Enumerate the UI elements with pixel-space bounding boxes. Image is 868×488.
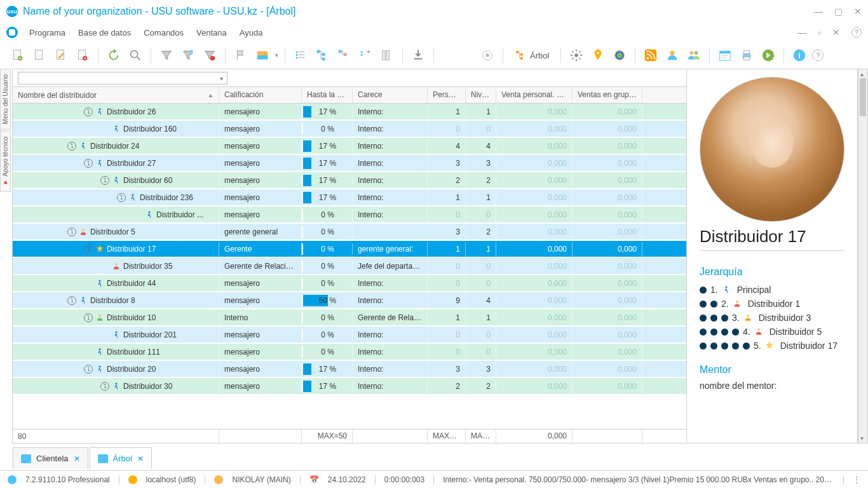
table-row[interactable]: Distribuidor 35Gerente de Relaciones ...…: [13, 258, 686, 275]
close-icon[interactable]: ✕: [854, 6, 862, 17]
filter-edit-icon[interactable]: [179, 46, 197, 64]
expand-icon[interactable]: ⤵: [67, 142, 76, 151]
menu-comandos[interactable]: Comandos: [137, 25, 190, 40]
hierarchy-row[interactable]: 2. Distribuidor 1: [700, 297, 844, 311]
table-row[interactable]: Distribuidor ...mensajero0 %Interno:000,…: [13, 207, 686, 224]
table-row[interactable]: ⤵Distribuidor 26mensajero17 %Interno:110…: [13, 104, 686, 121]
calendar-icon[interactable]: [716, 46, 734, 64]
table-row[interactable]: ⤵Distribuidor 17Gerente0 %gerente genera…: [13, 241, 686, 258]
row-pct: 0 %: [302, 261, 353, 272]
bottom-tab-clientela[interactable]: Clientela✕: [13, 447, 88, 469]
expand-icon[interactable]: ⤵: [117, 193, 126, 202]
table-row[interactable]: Distribuidor 44mensajero0 %Interno:000,0…: [13, 275, 686, 292]
expand-icon[interactable]: ⤵: [67, 296, 76, 305]
mdi-close-icon[interactable]: ✕: [832, 27, 840, 37]
row-pers: 0: [428, 259, 466, 273]
scrollbar-vertical[interactable]: [858, 69, 868, 444]
menu-programa[interactable]: Programa: [23, 25, 72, 40]
tree-expand-icon[interactable]: [313, 46, 331, 64]
table-row[interactable]: ⤵Distribuidor 24mensajero17 %Interno:440…: [13, 138, 686, 155]
table-row[interactable]: Distribuidor 160mensajero0 %Interno:000,…: [13, 121, 686, 138]
print-icon[interactable]: [738, 46, 756, 64]
expand-icon[interactable]: ⤵: [100, 176, 109, 185]
filter-clear-icon[interactable]: [201, 46, 219, 64]
search-icon[interactable]: [126, 46, 144, 64]
col-calif[interactable]: Calificación: [219, 87, 302, 103]
gear-icon[interactable]: [567, 46, 585, 64]
tree-add-icon[interactable]: +: [356, 46, 374, 64]
expand-icon[interactable]: ⤵: [84, 107, 93, 116]
rss-icon[interactable]: [642, 46, 660, 64]
filter-combo[interactable]: [18, 72, 227, 85]
color-icon[interactable]: [611, 46, 628, 64]
doc-icon[interactable]: [31, 46, 48, 64]
columns-icon[interactable]: [378, 46, 396, 64]
arbol-button[interactable]: Árbol: [510, 50, 554, 61]
image-icon[interactable]: [254, 46, 271, 64]
user-icon[interactable]: [663, 46, 681, 64]
tab-close-icon[interactable]: ✕: [137, 454, 144, 463]
row-vg: 0,000: [573, 276, 642, 290]
menu-ventana[interactable]: Ventana: [190, 25, 233, 40]
target-icon[interactable]: [478, 46, 496, 64]
filter-icon[interactable]: [158, 46, 175, 64]
mdi-restore-icon[interactable]: ▫: [818, 27, 821, 37]
col-personas[interactable]: Personas: [428, 87, 466, 103]
app-menu-icon[interactable]: [6, 27, 18, 38]
flag-icon[interactable]: [232, 46, 250, 64]
help-icon[interactable]: ?: [812, 50, 824, 61]
minimize-icon[interactable]: —: [814, 6, 823, 17]
expand-icon[interactable]: ⤵: [84, 245, 93, 254]
expand-icon[interactable]: ⤵: [84, 313, 93, 322]
col-name[interactable]: Nombre del distribuidor▲: [13, 87, 219, 103]
download-icon[interactable]: [409, 46, 427, 64]
expand-icon[interactable]: ⤵: [100, 382, 109, 391]
expand-icon[interactable]: ⤵: [84, 159, 93, 168]
table-row[interactable]: ⤵Distribuidor 8mensajero50 %Interno:940,…: [13, 292, 686, 309]
status-more-icon[interactable]: ⋮: [853, 475, 860, 484]
pin-icon[interactable]: [589, 46, 607, 64]
table-row[interactable]: ⤵Distribuidor 20mensajero17 %Interno:330…: [13, 361, 686, 378]
col-vp[interactable]: Venta personal. 1 mes: [496, 87, 573, 103]
refresh-icon[interactable]: [105, 46, 123, 64]
table-row[interactable]: Distribuidor 201mensajero0 %Interno:000,…: [13, 327, 686, 344]
table-row[interactable]: ⤵Distribuidor 5gerente general0 %320,000…: [13, 224, 686, 241]
sidetab-support[interactable]: ♥Apoyo técnico: [0, 131, 11, 192]
doc-new-icon[interactable]: [9, 46, 27, 64]
users-icon[interactable]: [685, 46, 703, 64]
hierarchy-row[interactable]: 4. Distribuidor 5: [700, 325, 844, 339]
doc-edit-icon[interactable]: [52, 46, 70, 64]
table-row[interactable]: ⤵Distribuidor 236mensajero17 %Interno:11…: [13, 189, 686, 207]
col-niveles[interactable]: Niveles: [466, 87, 496, 103]
row-niv: 0: [466, 122, 496, 136]
mdi-help-icon[interactable]: ?: [851, 27, 862, 37]
tree-collapse-icon[interactable]: [335, 46, 353, 64]
sidetab-user-menu[interactable]: Menu del Usuario: [0, 69, 11, 130]
table-row[interactable]: ⤵Distribuidor 60mensajero17 %Interno:220…: [13, 172, 686, 189]
table-row[interactable]: ⤵Distribuidor 10Interno0 %Gerente de Rel…: [13, 309, 686, 327]
col-vg[interactable]: Ventas en grupo. ...: [573, 87, 642, 103]
row-pct: 17 %: [302, 363, 353, 375]
doc-delete-icon[interactable]: [74, 46, 92, 64]
list-icon[interactable]: [292, 46, 309, 64]
hierarchy-row[interactable]: 3. Distribuidor 3: [700, 311, 844, 325]
svg-point-29: [575, 53, 579, 57]
col-hasta[interactable]: Hasta la próxi...: [302, 87, 353, 103]
info-icon[interactable]: i: [790, 46, 808, 64]
table-row[interactable]: Distribuidor 111mensajero0 %Interno:000,…: [13, 344, 686, 361]
menu-ayuda[interactable]: Ayuda: [233, 25, 269, 40]
hierarchy-row[interactable]: 1. Principal: [700, 283, 844, 297]
bottom-tab-árbol[interactable]: Árbol✕: [90, 447, 152, 469]
table-row[interactable]: ⤵Distribuidor 30mensajero17 %Interno:220…: [13, 378, 686, 395]
go-icon[interactable]: [759, 46, 777, 64]
mdi-minimize-icon[interactable]: —: [797, 27, 806, 37]
hierarchy-row[interactable]: 5. Distribuidor 17: [700, 339, 844, 353]
menu-base-de-datos[interactable]: Base de datos: [72, 25, 137, 40]
table-row[interactable]: ⤵Distribuidor 27mensajero17 %Interno:330…: [13, 155, 686, 172]
tab-close-icon[interactable]: ✕: [74, 454, 80, 463]
expand-icon[interactable]: ⤵: [84, 365, 93, 374]
expand-icon[interactable]: ⤵: [67, 227, 76, 236]
grid-body[interactable]: ⤵Distribuidor 26mensajero17 %Interno:110…: [13, 104, 686, 429]
maximize-icon[interactable]: ▢: [834, 6, 843, 17]
col-carece[interactable]: Carece: [353, 87, 428, 103]
